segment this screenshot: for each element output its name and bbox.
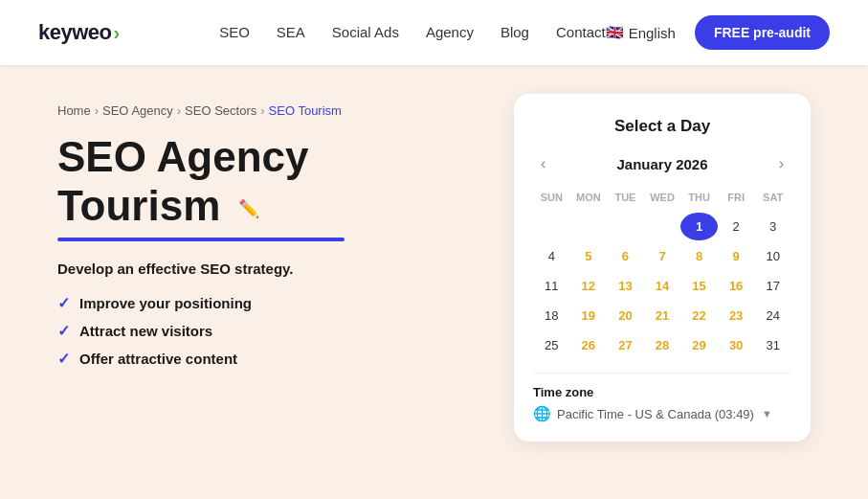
logo[interactable]: keyweo›: [38, 20, 120, 45]
cal-day-15[interactable]: 15: [680, 272, 718, 300]
cal-day-20[interactable]: 20: [607, 302, 644, 329]
cal-day-16[interactable]: 16: [718, 272, 755, 300]
cal-day-27[interactable]: 27: [607, 331, 644, 359]
globe-icon: 🌐: [533, 405, 551, 422]
cal-day-3[interactable]: 3: [754, 213, 791, 240]
weekday-wed: WED: [644, 188, 681, 207]
nav-links: SEO SEA Social Ads Agency Blog Contact: [219, 24, 606, 41]
nav-social-ads[interactable]: Social Ads: [332, 24, 399, 40]
cal-day-1[interactable]: 1: [680, 213, 718, 240]
weekday-fri: FRI: [718, 188, 755, 207]
cal-day-8[interactable]: 8: [680, 242, 718, 270]
weekday-tue: TUE: [607, 188, 644, 207]
breadcrumb: Home › SEO Agency › SEO Sectors › SEO To…: [57, 103, 476, 118]
breadcrumb-home[interactable]: Home: [57, 103, 91, 118]
cal-day-7[interactable]: 7: [644, 242, 681, 270]
cal-day-24[interactable]: 24: [754, 302, 791, 329]
breadcrumb-seo-agency[interactable]: SEO Agency: [102, 103, 173, 118]
timezone-label: Time zone: [533, 385, 791, 399]
features-list: ✓ Improve your positioning ✓ Attract new…: [57, 294, 476, 368]
cal-day-28[interactable]: 28: [644, 331, 681, 359]
timezone-selector[interactable]: 🌐 Pacific Time - US & Canada (03:49) ▼: [533, 405, 791, 422]
breadcrumb-sep-2: ›: [177, 103, 181, 118]
cal-day-9[interactable]: 9: [718, 242, 755, 270]
cal-day-10[interactable]: 10: [754, 242, 791, 270]
calendar-weekdays: SUN MON TUE WED THU FRI SAT: [533, 188, 791, 207]
cal-day-23[interactable]: 23: [718, 302, 755, 329]
feature-label-2: Attract new visitors: [79, 323, 212, 339]
feature-2: ✓ Attract new visitors: [57, 322, 476, 340]
weekday-mon: MON: [570, 188, 608, 207]
check-icon-2: ✓: [57, 322, 70, 340]
breadcrumb-seo-sectors[interactable]: SEO Sectors: [185, 103, 256, 118]
title-underline: [57, 238, 345, 241]
breadcrumb-current: SEO Tourism: [269, 103, 342, 118]
cal-day-2[interactable]: 2: [718, 213, 755, 240]
cal-empty: [533, 213, 570, 240]
cal-empty: [570, 213, 608, 240]
language-selector[interactable]: 🇬🇧 English: [606, 24, 676, 41]
feature-label-1: Improve your positioning: [79, 295, 252, 311]
feature-label-3: Offer attractive content: [79, 351, 237, 367]
weekday-sat: SAT: [754, 188, 791, 207]
calendar-panel: Select a Day ‹ January 2026 › SUN MON TU…: [514, 94, 811, 442]
subtitle: Develop an effective SEO strategy.: [57, 261, 476, 277]
check-icon-3: ✓: [57, 350, 70, 368]
cal-day-31[interactable]: 31: [754, 331, 791, 359]
breadcrumb-sep-1: ›: [95, 103, 99, 118]
calendar-month-year: January 2026: [616, 156, 707, 172]
cal-day-26[interactable]: 26: [570, 331, 608, 359]
calendar-nav: ‹ January 2026 ›: [533, 151, 791, 176]
nav-blog[interactable]: Blog: [501, 24, 529, 40]
weekday-thu: THU: [680, 188, 718, 207]
timezone-section: Time zone 🌐 Pacific Time - US & Canada (…: [533, 373, 791, 422]
cal-day-21[interactable]: 21: [644, 302, 681, 329]
feature-1: ✓ Improve your positioning: [57, 294, 476, 312]
cal-day-11[interactable]: 11: [533, 272, 570, 300]
cal-day-5[interactable]: 5: [570, 242, 608, 270]
cal-empty: [607, 213, 644, 240]
flag-icon: 🇬🇧: [606, 24, 624, 41]
nav-contact[interactable]: Contact: [556, 24, 606, 40]
feature-3: ✓ Offer attractive content: [57, 350, 476, 368]
cal-day-30[interactable]: 30: [718, 331, 755, 359]
edit-icon[interactable]: ✏️: [238, 199, 259, 219]
cal-day-4[interactable]: 4: [533, 242, 570, 270]
logo-text: keyweo: [38, 20, 112, 45]
cal-day-12[interactable]: 12: [570, 272, 608, 300]
language-label: English: [629, 25, 676, 41]
left-panel: Home › SEO Agency › SEO Sectors › SEO To…: [57, 94, 476, 442]
cal-empty: [644, 213, 681, 240]
cal-day-18[interactable]: 18: [533, 302, 570, 329]
nav-agency[interactable]: Agency: [426, 24, 474, 40]
nav-seo[interactable]: SEO: [219, 24, 250, 40]
timezone-value-text: Pacific Time - US & Canada (03:49): [557, 407, 754, 421]
logo-arrow-icon: ›: [114, 22, 120, 44]
cal-day-22[interactable]: 22: [680, 302, 718, 329]
breadcrumb-sep-3: ›: [260, 103, 264, 118]
cal-day-29[interactable]: 29: [680, 331, 718, 359]
cal-day-17[interactable]: 17: [754, 272, 791, 300]
calendar-title: Select a Day: [533, 117, 791, 136]
cal-day-14[interactable]: 14: [644, 272, 681, 300]
check-icon-1: ✓: [57, 294, 70, 312]
weekday-sun: SUN: [533, 188, 570, 207]
main-content: Home › SEO Agency › SEO Sectors › SEO To…: [0, 65, 868, 442]
page-title: SEO Agency Tourism ✏️: [57, 133, 476, 230]
cal-day-25[interactable]: 25: [533, 331, 570, 359]
cal-day-13[interactable]: 13: [607, 272, 644, 300]
next-month-button[interactable]: ›: [771, 151, 791, 176]
navbar: keyweo› SEO SEA Social Ads Agency Blog C…: [0, 0, 868, 65]
cal-day-6[interactable]: 6: [607, 242, 644, 270]
nav-sea[interactable]: SEA: [277, 24, 305, 40]
timezone-dropdown-arrow: ▼: [762, 408, 772, 420]
cal-day-19[interactable]: 19: [570, 302, 608, 329]
free-pre-audit-button[interactable]: FREE pre-audit: [695, 15, 830, 50]
calendar-days: 1 2 3 4 5 6 7 8 9 10 11 12 13 14 15 16 1…: [533, 213, 791, 359]
prev-month-button[interactable]: ‹: [533, 151, 553, 176]
